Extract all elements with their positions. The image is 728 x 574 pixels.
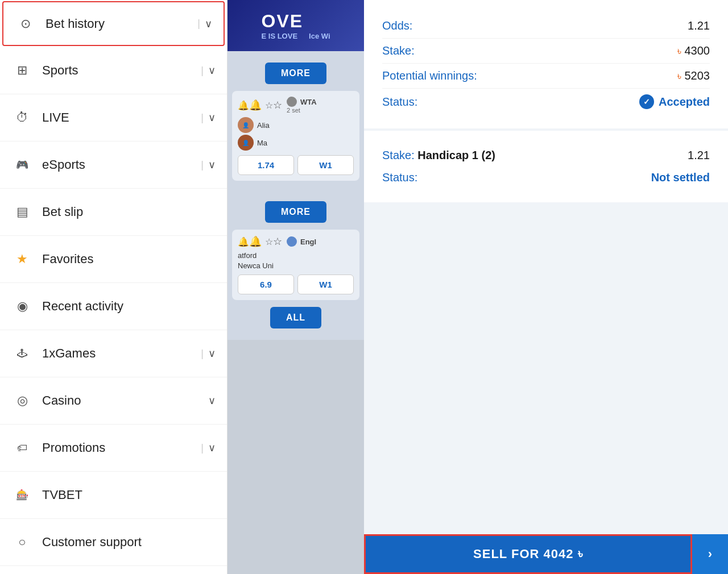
- sell-currency: ৳: [578, 547, 583, 561]
- action-right-button[interactable]: ›: [692, 534, 728, 574]
- sidebar-item-promotions[interactable]: Promotions | ∨: [0, 425, 227, 472]
- sell-button-label: SELL FOR 4042 ৳: [473, 547, 583, 561]
- stake-detail-label: Stake: Handicap 1 (2): [382, 149, 495, 162]
- sidebar: Bet history | ∨ Sports | ∨ LIVE | ∨ eSpo…: [0, 0, 228, 574]
- all-button[interactable]: ALL: [270, 307, 321, 328]
- sidebar-item-favorites[interactable]: Favorites: [0, 236, 227, 283]
- chevron-down-icon: ∨: [205, 18, 212, 30]
- league-info: WTA 2 set: [287, 97, 317, 114]
- player-row-2: 👤 Ma: [238, 135, 354, 151]
- odds-value: 1.21: [688, 19, 710, 32]
- sidebar-item-bet-history[interactable]: Bet history | ∨: [2, 1, 225, 46]
- sidebar-item-label: Sports: [42, 63, 196, 78]
- match-section-1: MORE 🔔 ☆ WTA 2 set 👤 Alia: [228, 51, 364, 190]
- sidebar-item-label: Bet history: [46, 16, 193, 31]
- sidebar-item-customer-support[interactable]: Customer support: [0, 519, 227, 566]
- sidebar-item-label: Recent activity: [42, 299, 216, 314]
- sidebar-item-tvbet[interactable]: TVBET: [0, 472, 227, 519]
- stake-detail-card: Stake: Handicap 1 (2) 1.21 Status: Not s…: [364, 131, 728, 202]
- sidebar-item-label: LIVE: [42, 110, 196, 125]
- team-row-2: Newca Uni: [238, 261, 354, 270]
- sidebar-item-label: Bet slip: [42, 205, 216, 219]
- top-banner: OVE E IS LOVE Ice Wi: [228, 0, 364, 51]
- status-detail-value: Not settled: [651, 171, 710, 184]
- status-label: Status:: [382, 95, 417, 109]
- league-name: WTA: [300, 98, 317, 106]
- sidebar-item-label: Promotions: [42, 440, 196, 455]
- sidebar-item-1xgames[interactable]: 1xGames | ∨: [0, 330, 227, 377]
- odds-button-3[interactable]: 6.9: [238, 274, 294, 294]
- bell-icon-2[interactable]: 🔔: [238, 235, 262, 248]
- match-header-2: 🔔 ☆ Engl: [238, 235, 354, 248]
- sidebar-item-label: Customer support: [42, 535, 216, 550]
- divider: |: [201, 442, 204, 454]
- status-text: Accepted: [659, 95, 710, 109]
- player-name-1: Alia: [257, 121, 270, 130]
- potential-row: Potential winnings: ৳ 5203: [382, 64, 710, 89]
- live-icon: [11, 107, 33, 128]
- team-name-2: Newca Uni: [238, 261, 274, 270]
- divider: |: [197, 18, 200, 30]
- match-card-2: 🔔 ☆ Engl atford Newca Uni 6.9 W1: [232, 230, 359, 300]
- potential-amount: 5203: [685, 69, 710, 82]
- chevron-down-icon: ∨: [208, 64, 216, 77]
- esports-icon: [11, 154, 33, 176]
- potential-label: Potential winnings:: [382, 69, 477, 82]
- player-avatar-1: 👤: [238, 117, 254, 133]
- chevron-down-icon: ∨: [208, 394, 216, 407]
- spacer: [364, 202, 728, 534]
- divider: |: [201, 65, 204, 77]
- league-name-2: Engl: [300, 238, 316, 246]
- sidebar-item-live[interactable]: LIVE | ∨: [0, 94, 227, 142]
- stake-label: Stake:: [382, 44, 415, 57]
- sidebar-item-casino[interactable]: Casino ∨: [0, 377, 227, 425]
- odds-button-2[interactable]: W1: [297, 155, 354, 175]
- stake-detail-odds: 1.21: [688, 149, 710, 162]
- stake-value: ৳ 4300: [677, 44, 710, 57]
- player-name-2: Ma: [257, 139, 267, 147]
- sidebar-item-esports[interactable]: eSports | ∨: [0, 142, 227, 189]
- league-icon: [287, 97, 297, 107]
- league-info-2: Engl: [287, 236, 316, 247]
- star-icon-2[interactable]: ☆: [265, 235, 282, 248]
- odds-label: Odds:: [382, 19, 412, 32]
- divider: |: [201, 112, 204, 124]
- banner-main-text: OVE: [261, 11, 330, 32]
- sidebar-item-recent-activity[interactable]: Recent activity: [0, 283, 227, 330]
- bell-icon[interactable]: 🔔: [238, 99, 262, 111]
- more-button-2[interactable]: MORE: [265, 201, 326, 223]
- sidebar-item-label: TVBET: [42, 488, 216, 502]
- games-icon: [11, 343, 33, 364]
- sidebar-item-label: Favorites: [42, 252, 216, 267]
- chevron-down-icon: ∨: [208, 111, 216, 124]
- right-panel: Odds: 1.21 Stake: ৳ 4300 Potential winni…: [364, 0, 728, 574]
- sidebar-item-label: Casino: [42, 393, 208, 408]
- odds-row-2: 6.9 W1: [238, 274, 354, 294]
- sidebar-item-sports[interactable]: Sports | ∨: [0, 47, 227, 94]
- status-detail-label: Status:: [382, 171, 417, 184]
- chevron-down-icon: ∨: [208, 442, 216, 454]
- sidebar-item-bet-slip[interactable]: Bet slip: [0, 189, 227, 236]
- odds-row: Odds: 1.21: [382, 14, 710, 39]
- odds-button-1[interactable]: 1.74: [238, 155, 294, 175]
- sell-button[interactable]: SELL FOR 4042 ৳: [364, 534, 692, 574]
- banner-sub-left: E IS LOVE: [261, 32, 297, 40]
- check-icon: ✓: [639, 94, 654, 109]
- banner-sub-right: Ice Wi: [309, 32, 330, 40]
- player-row-1: 👤 Alia: [238, 117, 354, 133]
- arrow-right-icon: ›: [708, 547, 712, 561]
- promotions-icon: [11, 437, 33, 459]
- more-button-1[interactable]: MORE: [265, 63, 326, 84]
- betslip-icon: [11, 201, 33, 223]
- sidebar-item-label: 1xGames: [42, 346, 196, 361]
- match-header: 🔔 ☆ WTA 2 set: [238, 97, 354, 114]
- favorites-icon: [11, 248, 33, 270]
- match-action-icons-2: 🔔 ☆: [238, 235, 282, 248]
- currency-icon-2: ৳: [677, 70, 681, 82]
- divider: |: [201, 348, 204, 360]
- sidebar-item-results[interactable]: Results: [0, 566, 227, 574]
- status-value: ✓ Accepted: [639, 94, 710, 109]
- star-icon[interactable]: ☆: [265, 99, 282, 111]
- odds-button-4[interactable]: W1: [297, 274, 354, 294]
- sports-content-panel: OVE E IS LOVE Ice Wi MORE 🔔 ☆ WTA: [228, 0, 364, 574]
